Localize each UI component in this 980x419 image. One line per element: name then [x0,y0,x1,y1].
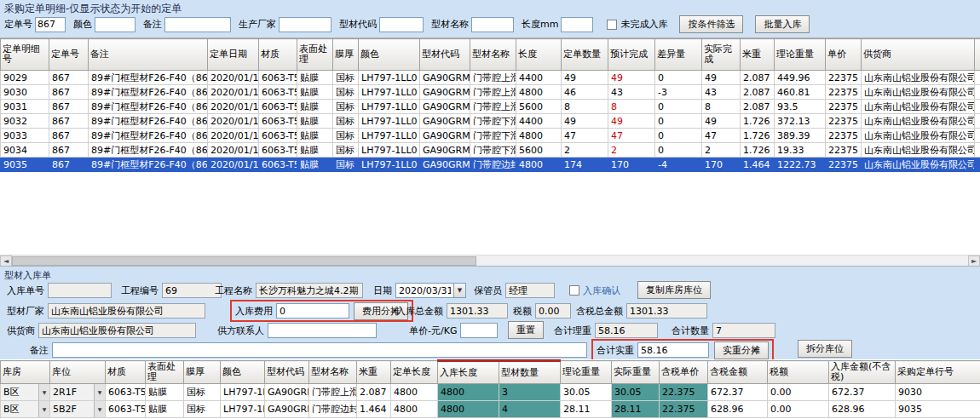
cell[interactable]: 贴膜 [297,114,333,129]
length-input[interactable] [561,17,593,32]
cell[interactable]: 89#门框型材F26-F40（866+867） [89,71,208,85]
cell[interactable]: 贴膜 [297,100,333,114]
table-row[interactable]: 903286789#门框型材F26-F40（866+867）2020/01/13… [1,114,980,129]
column-header[interactable]: 表面处理 [297,39,333,71]
cell[interactable]: 867 [49,85,89,100]
split-location-button[interactable]: 拆分库位 [798,340,852,358]
cell[interactable]: 867 [49,71,89,85]
cell[interactable]: 6063-T5 [106,401,146,418]
cell[interactable]: 0 [655,129,702,143]
reset-button[interactable]: 重置 [508,321,544,339]
cell[interactable]: 49 [562,71,608,85]
cell[interactable]: 4400 [516,114,562,129]
column-header[interactable]: 库位 [50,361,106,384]
cell[interactable]: 22375 [826,158,862,172]
project-name-input[interactable] [256,283,363,298]
date-dropdown-icon[interactable]: ▼ [453,283,466,298]
cell[interactable]: 9030 [896,384,980,401]
cell[interactable]: 山东南山铝业股份有限公司 [862,100,975,114]
column-header[interactable]: 颜色 [359,39,420,71]
cell[interactable]: 9035 [1,158,49,172]
profile-code-input[interactable] [379,17,424,32]
cell[interactable]: GA90GRM03 [420,71,470,85]
cell[interactable]: 4800 [391,384,438,401]
column-header[interactable]: 长度 [516,39,562,71]
column-header[interactable]: 实际重量 [612,361,660,384]
cell[interactable]: 372.13 [775,114,826,129]
cell[interactable]: 6063-T5 [259,100,297,114]
cell[interactable]: 门带腔上滑 [470,100,516,114]
cell[interactable]: 贴膜 [297,129,333,143]
cell[interactable]: 867 [49,129,89,143]
cell[interactable]: 9032 [1,114,49,129]
column-header[interactable]: 米重 [741,39,775,71]
cell[interactable]: 0 [655,143,702,158]
factory-input[interactable] [48,303,205,319]
cell[interactable]: 0 [655,114,702,129]
cell[interactable]: 4800 [391,401,438,418]
cell[interactable]: 867 [49,100,89,114]
cell[interactable]: 1222.73 [775,158,826,172]
cell[interactable]: LH797-1LL0 [221,384,265,401]
cell[interactable]: 89#门框型材F26-F40（866+867） [89,143,208,158]
cell[interactable]: 贴膜 [297,85,333,100]
cell[interactable]: 6063-T5 [259,114,297,129]
total-actual-weight-input[interactable] [637,342,709,358]
cell[interactable]: 30.05 [561,384,612,401]
cell[interactable]: B区▼ [1,384,50,401]
column-header[interactable]: 米重 [357,361,391,384]
cell[interactable]: 19.33 [775,143,826,158]
cell[interactable]: 国标 [333,85,359,100]
cell[interactable]: 460.81 [775,85,826,100]
cell[interactable]: 89#门框型材F26-F40（866+867） [89,100,208,114]
cell[interactable]: 贴膜 [297,143,333,158]
cell[interactable]: 672.37 [829,384,896,401]
project-no-input[interactable] [162,283,222,298]
cell[interactable]: 43 [702,85,741,100]
cell[interactable]: 2020/01/13 [208,114,259,129]
copy-location-button[interactable]: 复制库房库位 [637,281,711,299]
cell[interactable]: 174 [562,158,608,172]
cell[interactable]: 9030 [1,85,49,100]
cell[interactable]: 4400 [516,71,562,85]
cell[interactable]: 6063-T5 [259,158,297,172]
column-header[interactable]: 库房 [1,361,50,384]
cell[interactable]: 2 [562,143,608,158]
tax-input[interactable] [535,303,571,319]
cell[interactable]: 46 [562,85,608,100]
cell[interactable]: 2.087 [741,71,775,85]
cell[interactable]: 8 [562,100,608,114]
cell[interactable]: 4800 [438,384,499,401]
date-input[interactable] [395,283,453,298]
column-header[interactable]: 型材名称 [470,39,516,71]
remark-input[interactable] [164,17,231,32]
table-row[interactable]: 903586789#门框型材F26-F40（866+867）2020/01/13… [1,158,980,172]
cell[interactable]: 22375 [826,85,862,100]
cell[interactable]: 1.726 [741,129,775,143]
column-header[interactable]: 定单明细号 [1,39,49,71]
column-header[interactable]: 表面处理 [146,361,184,384]
column-header[interactable]: 材质 [106,361,146,384]
cell[interactable]: 2020/01/13 [208,129,259,143]
table-row[interactable]: 903486789#门框型材F26-F40（866+867）2020/01/13… [1,143,980,158]
cell[interactable]: 2020/01/13 [208,71,259,85]
form-remark-input[interactable] [52,342,587,358]
actual-weight-share-button[interactable]: 实重分摊 [714,342,769,359]
cell[interactable]: 1.464 [357,401,391,418]
cell[interactable]: 山东南山铝业股份有限公司 [862,85,975,100]
cell[interactable]: 89#门框型材F26-F40（866+867） [89,85,208,100]
table-row[interactable]: 903386789#门框型材F26-F40（866+867）2020/01/13… [1,129,980,143]
cell[interactable]: 6063-T5 [259,71,297,85]
manufacturer-input[interactable] [279,17,331,32]
column-header[interactable]: 税额 [768,361,829,384]
cell[interactable]: 国标 [184,401,221,418]
cell[interactable]: 5B2F▼ [50,401,106,418]
cell[interactable]: 89#门框型材F26-F40（866+867） [89,158,208,172]
cell[interactable]: 22.375 [660,401,708,418]
column-header[interactable]: 含税金额 [708,361,768,384]
order-no-input[interactable] [35,17,66,32]
column-header[interactable]: 型材代码 [420,39,470,71]
cell[interactable]: 0.00 [768,401,829,418]
cell[interactable]: 28.11 [561,401,612,418]
column-header[interactable]: 型材数量 [499,361,561,384]
